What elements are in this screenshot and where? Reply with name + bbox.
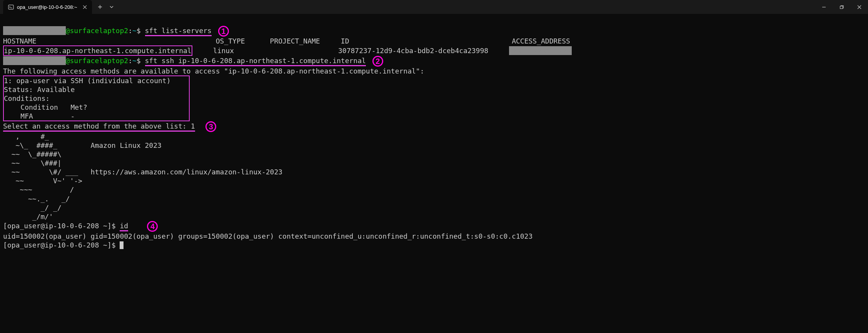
terminal-line: [opa_user@ip-10-0-6-208 ~]$ id 4	[3, 222, 158, 230]
maximize-button[interactable]	[833, 0, 850, 14]
terminal-line: uid=150002(opa_user) gid=150002(opa_user…	[3, 232, 532, 240]
banner-line: ~~._. _/	[3, 195, 70, 203]
banner-line: ~~ \#/ ___ https://aws.amazon.com/linux/…	[3, 168, 282, 176]
prompt-host: @surfacelaptop2	[66, 27, 129, 35]
active-tab[interactable]: opa_user@ip-10-0-6-208:~	[3, 0, 92, 14]
minimize-button[interactable]	[815, 0, 833, 14]
svg-rect-1	[840, 6, 843, 9]
titlebar: opa_user@ip-10-0-6-208:~	[0, 0, 868, 14]
terminal-line: ip-10-0-6-208.ap-northeast-1.compute.int…	[3, 47, 572, 55]
command-2: sft ssh ip-10-0-6-208.ap-northeast-1.com…	[145, 56, 366, 66]
col-id: ID	[341, 37, 349, 45]
annotation-4: 4	[147, 221, 158, 232]
banner-line: _/ _/	[3, 204, 62, 212]
prompt-path: ~	[132, 27, 137, 35]
banner-line: _/m/'	[3, 213, 53, 221]
ostype-value: linux	[213, 47, 234, 55]
id-output: uid=150002(opa_user) gid=150002(opa_user…	[3, 232, 532, 240]
col-hostname: HOSTNAME	[3, 37, 37, 45]
terminal-line: [opa_user@ip-10-0-6-208 ~]$	[3, 241, 124, 249]
banner-line: , #_	[3, 132, 49, 141]
prompt-sep: :	[128, 57, 132, 65]
banner-line: ~~ \###|	[3, 159, 62, 167]
terminal-line: xxxxxxxxxxxxxxx@surfacelaptop2:~$ sft ss…	[3, 57, 383, 65]
command-1: sft list-servers	[145, 26, 212, 36]
cursor	[120, 241, 124, 249]
prompt-symbol: $	[137, 57, 141, 65]
window-controls	[815, 0, 868, 14]
method-line: MFA -	[4, 112, 75, 120]
tab-dropdown-button[interactable]	[106, 1, 117, 13]
select-prompt: Select an access method from the above l…	[3, 122, 191, 130]
terminal-line: Select an access method from the above l…	[3, 122, 216, 130]
id-value: 30787237-12d9-4cba-bdb2-dceb4ca23998	[338, 47, 488, 55]
hostname-value: ip-10-0-6-208.ap-northeast-1.compute.int…	[3, 45, 192, 56]
terminal-line: xxxxxxxxxxxxxxx@surfacelaptop2:~$ sft li…	[3, 27, 229, 35]
method-line: Condition Met?	[4, 103, 87, 111]
remote-prompt: [opa_user@ip-10-0-6-208 ~]$	[3, 241, 120, 249]
close-button[interactable]	[850, 0, 868, 14]
method-line: Conditions:	[4, 94, 50, 102]
svg-rect-0	[8, 5, 13, 9]
banner-line: ~~ \_#####\	[3, 150, 62, 158]
method-line: 1: opa-user via SSH (individual account)	[4, 77, 170, 85]
terminal-icon	[8, 4, 14, 10]
method-line: Status: Available	[4, 85, 75, 94]
col-project: PROJECT_NAME	[270, 37, 320, 45]
tab-title: opa_user@ip-10-0-6-208:~	[17, 4, 77, 10]
prompt-host: @surfacelaptop2	[66, 57, 129, 65]
banner-line: ~\_ ####_ Amazon Linux 2023	[3, 141, 162, 149]
command-3: id	[120, 221, 128, 231]
annotation-2: 2	[372, 56, 383, 67]
col-ostype: OS_TYPE	[216, 37, 245, 45]
terminal-line: HOSTNAME OS_TYPE PROJECT_NAME ID ACCESS_…	[3, 37, 570, 45]
prompt-path: ~	[132, 57, 137, 65]
terminal-line: The following access methods are availab…	[3, 67, 424, 75]
redacted-text: xxxxxxxxxxxxxxx	[3, 56, 66, 65]
remote-prompt: [opa_user@ip-10-0-6-208 ~]$	[3, 222, 120, 230]
prompt-symbol: $	[137, 27, 141, 35]
tab-close-button[interactable]	[82, 4, 88, 10]
ssh-intro: The following access methods are availab…	[3, 67, 424, 75]
col-access: ACCESS_ADDRESS	[512, 37, 570, 45]
access-method-box: 1: opa-user via SSH (individual account)…	[3, 112, 190, 120]
banner-line: ~~~ /	[3, 186, 74, 194]
new-tab-button[interactable]	[94, 1, 106, 13]
annotation-1: 1	[218, 26, 229, 37]
banner-line: ~~ V~' '->	[3, 177, 82, 185]
annotation-3: 3	[205, 121, 216, 132]
redacted-text: xxxxxxxxxxxxxxx	[509, 46, 572, 55]
select-value: 1	[191, 122, 195, 130]
redacted-text: xxxxxxxxxxxxxxx	[3, 26, 66, 35]
prompt-sep: :	[128, 27, 132, 35]
terminal-output[interactable]: xxxxxxxxxxxxxxx@surfacelaptop2:~$ sft li…	[0, 14, 868, 253]
